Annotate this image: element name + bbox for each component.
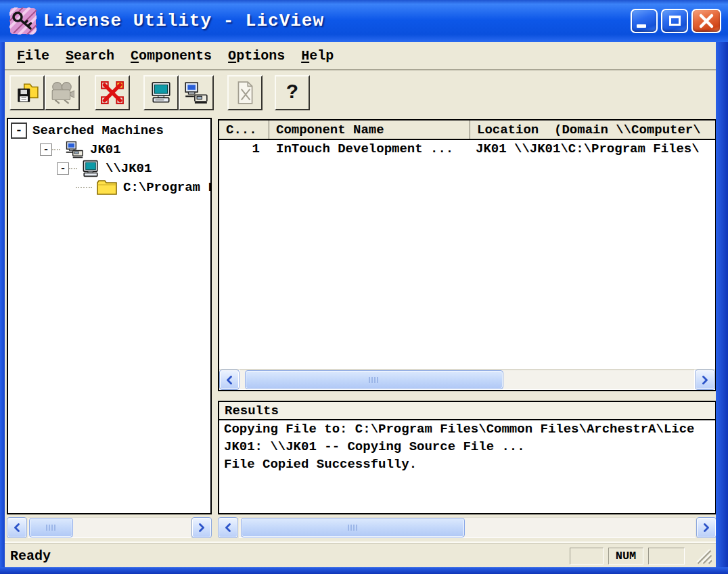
delete-file-button-disabled <box>227 75 263 110</box>
app-window: License Utility - LicView File Search Co… <box>0 0 728 574</box>
search-computer-button[interactable] <box>143 75 179 110</box>
chevron-left-icon <box>226 376 233 384</box>
document-delete-icon <box>233 81 257 105</box>
menubar: File Search Components Options Help <box>5 42 716 70</box>
client-area: File Search Components Options Help <box>5 42 716 567</box>
collapse-icon[interactable]: - <box>11 123 27 139</box>
network-computers-icon <box>183 81 209 105</box>
computer-icon <box>149 81 173 105</box>
scroll-right-button[interactable] <box>695 370 715 390</box>
window-frame-right <box>716 42 728 567</box>
menu-options[interactable]: Options <box>221 45 292 66</box>
scroll-thumb[interactable] <box>29 518 73 537</box>
scroll-right-button[interactable] <box>191 517 212 538</box>
table-header: C... Component Name Location (Domain \\C… <box>219 120 715 140</box>
toolbar: ? <box>5 72 716 115</box>
tree-node-searched-machines[interactable]: - Searched Machines <box>8 121 210 140</box>
scroll-track[interactable] <box>239 517 696 538</box>
delete-license-button[interactable] <box>95 75 130 110</box>
collapse-icon[interactable]: - <box>57 162 69 175</box>
status-message: Ready <box>10 548 51 564</box>
results-h-scrollbar[interactable] <box>218 517 716 538</box>
chevron-right-icon <box>703 523 710 532</box>
search-network-button[interactable] <box>179 75 214 110</box>
minimize-icon <box>637 24 646 28</box>
help-icon: ? <box>286 81 298 104</box>
computer-icon <box>81 160 100 177</box>
window-frame-bottom <box>0 567 728 574</box>
table-body: 1 InTouch Development ... JK01 \\JK01\C:… <box>219 140 715 369</box>
scroll-thumb[interactable] <box>241 518 465 537</box>
menu-file[interactable]: File <box>10 45 56 66</box>
maximize-button[interactable] <box>661 9 688 33</box>
chevron-left-icon <box>14 523 20 532</box>
column-header-count[interactable]: C... <box>219 120 269 139</box>
window-frame-left <box>0 42 5 567</box>
cell-count: 1 <box>219 140 269 159</box>
tree-node-unc-jk01[interactable]: - \\JK01 <box>8 159 210 178</box>
menu-help[interactable]: Help <box>294 45 340 66</box>
network-computer-icon <box>64 141 85 158</box>
collapse-icon[interactable]: - <box>40 144 52 156</box>
scroll-left-button[interactable] <box>218 517 238 538</box>
install-license-icon <box>15 81 39 105</box>
result-line: File Copied Successfully. <box>219 456 715 473</box>
table-row[interactable]: 1 InTouch Development ... JK01 \\JK01\C:… <box>219 140 715 159</box>
camera-button-disabled <box>45 75 80 110</box>
help-button[interactable]: ? <box>275 75 310 110</box>
resize-grip-icon[interactable] <box>691 547 712 565</box>
delete-license-icon <box>100 81 124 105</box>
scroll-thumb[interactable] <box>245 370 503 389</box>
results-panel: Results Copying File to: C:\Program File… <box>218 401 716 514</box>
tree-node-jk01[interactable]: - JK01 <box>8 140 210 159</box>
results-title: Results <box>219 402 715 420</box>
table-h-scrollbar[interactable] <box>219 369 715 390</box>
chevron-right-icon <box>702 376 708 384</box>
grip-icon <box>369 377 379 383</box>
titlebar[interactable]: License Utility - LicView <box>0 0 728 42</box>
status-indicator-cap <box>570 548 604 565</box>
result-line: Copying File to: C:\Program Files\Common… <box>219 420 715 438</box>
status-indicator-scrl <box>648 548 685 565</box>
install-license-button[interactable] <box>9 75 45 110</box>
chevron-left-icon <box>225 523 231 532</box>
minimize-button[interactable] <box>631 9 658 33</box>
components-table: C... Component Name Location (Domain \\C… <box>218 119 716 391</box>
close-button[interactable] <box>691 9 721 33</box>
tree-node-program-files[interactable]: C:\Program F <box>8 178 210 197</box>
close-icon <box>693 10 720 32</box>
scroll-right-button[interactable] <box>696 517 716 538</box>
column-header-component-name[interactable]: Component Name <box>269 120 470 139</box>
scroll-left-button[interactable] <box>219 370 240 390</box>
menu-search[interactable]: Search <box>59 45 121 66</box>
machine-tree: - Searched Machines - JK01 - <box>7 118 212 514</box>
scroll-track[interactable] <box>28 517 191 538</box>
key-icon <box>9 7 37 35</box>
window-title: License Utility - LicView <box>43 11 324 31</box>
result-line: JK01: \\JK01 -- Copying Source File ... <box>219 438 715 456</box>
folder-icon <box>96 179 118 196</box>
maximize-icon <box>669 16 681 26</box>
scroll-left-button[interactable] <box>7 517 27 538</box>
status-indicator-num: NUM <box>608 548 643 565</box>
statusbar: Ready NUM <box>5 542 716 567</box>
scroll-track[interactable] <box>240 370 694 390</box>
tree-h-scrollbar[interactable] <box>7 517 212 538</box>
menu-components[interactable]: Components <box>124 45 219 66</box>
cell-location: JK01 \\JK01\C:\Program Files\ <box>470 140 715 159</box>
camera-icon <box>50 81 74 105</box>
cell-component-name: InTouch Development ... <box>269 140 470 159</box>
grip-icon <box>46 525 56 531</box>
grip-icon <box>348 525 358 531</box>
column-header-location[interactable]: Location (Domain \\Computer\ <box>470 120 715 139</box>
chevron-right-icon <box>198 523 205 532</box>
